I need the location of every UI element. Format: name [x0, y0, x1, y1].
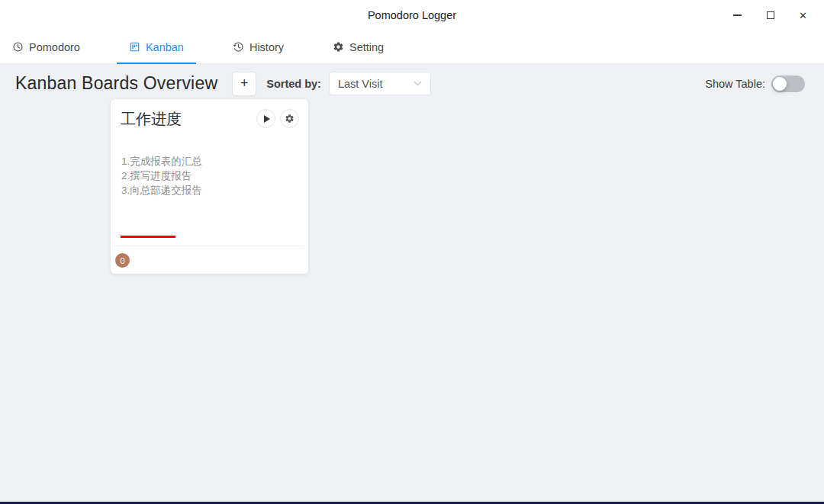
nav-tab-bar: Pomodoro Kanban History Setting — [0, 30, 824, 64]
maximize-button[interactable] — [754, 0, 787, 30]
minimize-button[interactable] — [721, 0, 754, 30]
show-table-toggle[interactable] — [771, 75, 805, 92]
tab-label: History — [249, 41, 284, 53]
clock-icon — [12, 41, 24, 53]
kanban-overview-page: Kanban Boards Overview + Sorted by: Last… — [0, 64, 824, 502]
tab-kanban[interactable]: Kanban — [117, 30, 196, 63]
kanban-board-icon — [129, 41, 140, 53]
board-card-header: 工作进度 — [111, 99, 308, 130]
gear-icon — [333, 41, 344, 53]
board-todo-list: 1.完成报表的汇总 2.撰写进度报告 3.向总部递交报告 — [111, 130, 308, 197]
pomodoro-progress-bar — [121, 236, 175, 238]
board-settings-button[interactable] — [280, 109, 299, 128]
sort-select-value: Last Visit — [338, 78, 383, 90]
sorted-by-label: Sorted by: — [266, 78, 321, 90]
title-bar: Pomodoro Logger ✕ — [0, 0, 824, 30]
pomodoro-count-badge: 0 — [115, 253, 130, 268]
todo-item: 3.向总部递交报告 — [121, 183, 298, 197]
window-controls: ✕ — [721, 0, 819, 30]
overview-header: Kanban Boards Overview + Sorted by: Last… — [0, 64, 824, 98]
add-board-button[interactable]: + — [232, 72, 256, 96]
tab-history[interactable]: History — [220, 30, 296, 63]
close-icon: ✕ — [799, 11, 807, 21]
board-card-actions — [256, 108, 299, 128]
maximize-icon — [767, 11, 774, 19]
window-title: Pomodoro Logger — [368, 9, 456, 21]
page-title: Kanban Boards Overview — [15, 73, 217, 94]
tab-label: Setting — [349, 41, 384, 53]
minimize-icon — [733, 14, 742, 16]
tab-pomodoro[interactable]: Pomodoro — [0, 30, 92, 63]
tab-setting[interactable]: Setting — [320, 30, 396, 63]
tab-label: Pomodoro — [29, 41, 80, 53]
board-card[interactable]: 工作进度 1.完成报表的汇总 2.撰写进度报告 3.向总部递交报告 0 — [111, 99, 308, 274]
start-timer-button[interactable] — [256, 109, 275, 128]
todo-item: 2.撰写进度报告 — [121, 169, 298, 183]
sort-select[interactable]: Last Visit — [329, 72, 431, 95]
play-icon — [264, 115, 270, 123]
gear-icon — [285, 114, 295, 124]
close-button[interactable]: ✕ — [787, 0, 819, 30]
tab-label: Kanban — [146, 41, 184, 53]
todo-item: 1.完成报表的汇总 — [121, 154, 298, 169]
toggle-knob — [773, 77, 787, 91]
card-divider — [114, 246, 304, 246]
chevron-down-icon — [414, 81, 422, 86]
history-icon — [233, 41, 244, 53]
show-table-label: Show Table: — [705, 78, 765, 90]
board-card-title: 工作进度 — [121, 108, 182, 130]
